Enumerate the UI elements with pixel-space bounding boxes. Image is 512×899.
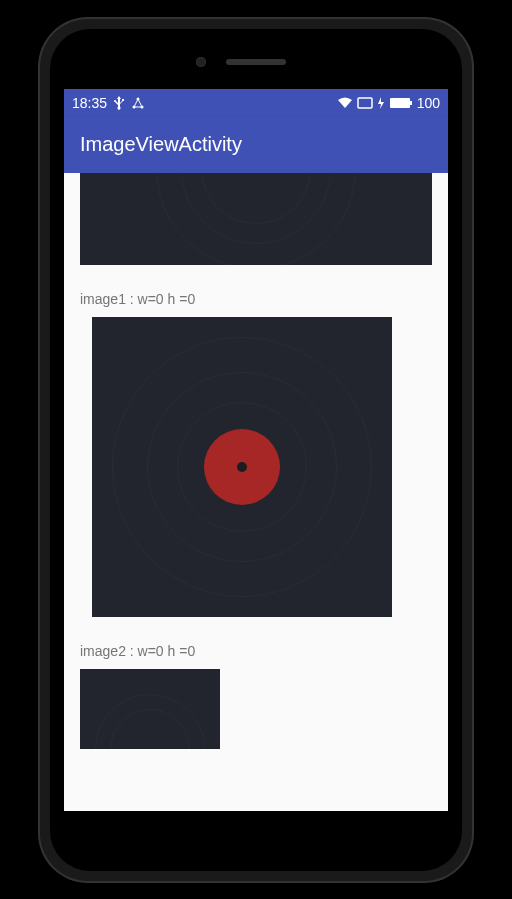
image-label-2: image2 : w=0 h =0: [64, 629, 448, 669]
app-bar: ImageViewActivity: [64, 117, 448, 173]
device-bezel: 18:35: [50, 29, 462, 871]
record-disc-icon: [202, 427, 282, 507]
charging-icon: [377, 97, 385, 109]
battery-icon: [389, 97, 413, 109]
svg-rect-3: [358, 98, 372, 108]
status-right: 100: [337, 95, 440, 111]
front-camera: [196, 57, 206, 67]
record-image-0[interactable]: [80, 173, 432, 265]
image-label-1: image1 : w=0 h =0: [64, 277, 448, 317]
share-icon: [131, 96, 145, 110]
battery-level: 100: [417, 95, 440, 111]
svg-rect-5: [410, 101, 412, 105]
status-bar: 18:35: [64, 89, 448, 117]
wifi-icon: [337, 97, 353, 109]
svg-rect-4: [390, 98, 410, 108]
scroll-content[interactable]: image1 : w=0 h =0: [64, 173, 448, 811]
record-image-2[interactable]: [80, 669, 220, 749]
image-block-0: [64, 173, 448, 265]
image-block-1: [64, 317, 448, 617]
screen-icon: [357, 97, 373, 109]
device-frame: 18:35: [40, 19, 472, 881]
status-time: 18:35: [72, 95, 107, 111]
page-title: ImageViewActivity: [80, 133, 242, 156]
screen: 18:35: [64, 89, 448, 811]
usb-icon: [113, 96, 125, 110]
status-left: 18:35: [72, 95, 145, 111]
image-block-2: [64, 669, 448, 749]
record-image-1[interactable]: [92, 317, 392, 617]
speaker-grille: [226, 59, 286, 65]
